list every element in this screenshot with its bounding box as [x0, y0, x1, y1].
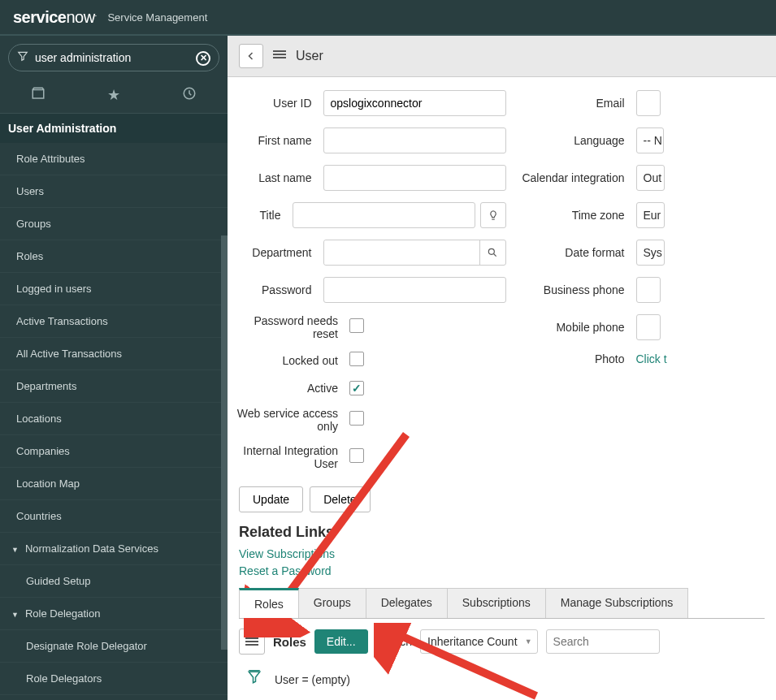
favorites-icon[interactable]: ★ — [107, 86, 120, 105]
delete-button[interactable]: Delete — [310, 486, 370, 512]
lookup-icon[interactable] — [479, 240, 505, 265]
nav-item[interactable]: Logged in users — [0, 273, 228, 305]
locked-out-checkbox[interactable] — [349, 352, 364, 366]
filter-breadcrumb[interactable]: User = (empty) — [275, 673, 350, 686]
last-name-input[interactable] — [323, 165, 506, 191]
field-label: Locked out — [236, 354, 349, 367]
list-menu-button[interactable] — [239, 629, 265, 655]
field-label: Last name — [236, 171, 323, 184]
tab-manage-subscriptions[interactable]: Manage Subscriptions — [545, 588, 689, 618]
nav-filter[interactable]: ✕ — [8, 44, 219, 71]
field-label: Business phone — [506, 283, 636, 296]
field-label: Photo — [506, 352, 636, 365]
nav-filter-clear[interactable]: ✕ — [196, 50, 210, 66]
tab-subscriptions[interactable]: Subscriptions — [447, 588, 546, 618]
edit-button[interactable]: Edit... — [314, 629, 368, 654]
tab-groups[interactable]: Groups — [298, 588, 366, 618]
field-label: Mobile phone — [506, 321, 636, 334]
photo-upload-link[interactable]: Click t — [636, 352, 667, 365]
field-label: First name — [236, 134, 323, 147]
related-link[interactable]: Reset a Password — [239, 563, 765, 580]
field-label: Time zone — [506, 209, 636, 222]
funnel-icon[interactable] — [247, 669, 262, 689]
nav-item[interactable]: Companies — [0, 435, 228, 468]
svg-point-2 — [488, 248, 494, 254]
nav-collapsible[interactable]: Role Delegation — [0, 598, 228, 630]
nav-item[interactable]: Designate Role Delegator — [0, 630, 228, 663]
nav-item[interactable]: Locations — [0, 403, 228, 435]
field-label: Password needs reset — [236, 314, 349, 340]
nav-filter-input[interactable] — [35, 51, 196, 64]
active-checkbox[interactable] — [349, 381, 364, 395]
nav-item[interactable]: Guided Setup — [0, 565, 228, 598]
search-field-select[interactable]: Inheritance Count — [420, 629, 538, 654]
field-label: Calendar integration — [506, 171, 636, 184]
svg-rect-0 — [33, 90, 44, 99]
nav-item[interactable]: Groups — [0, 208, 228, 240]
field-label: Active — [236, 382, 349, 395]
related-link[interactable]: View Subscriptions — [239, 546, 765, 563]
back-button[interactable] — [239, 44, 263, 68]
time-zone-select[interactable]: Eur — [636, 202, 665, 228]
field-label: Department — [236, 246, 323, 259]
related-tabs: Roles Groups Delegates Subscriptions Man… — [239, 588, 765, 619]
suggestion-button[interactable] — [480, 202, 506, 228]
field-label: Email — [506, 97, 636, 110]
department-input[interactable] — [324, 240, 479, 265]
main-panel: User User ID First name Last name Title … — [228, 36, 776, 700]
form-body: User ID First name Last name Title Depar… — [228, 77, 776, 700]
nav-item[interactable]: Location Map — [0, 468, 228, 500]
nav-sidebar: ✕ ★ User Administration Role Attributes … — [0, 36, 228, 700]
related-list-label: Roles — [273, 635, 306, 649]
nav-scroll[interactable]: User Administration Role Attributes User… — [0, 114, 228, 700]
email-input[interactable] — [636, 90, 661, 116]
user-id-input[interactable] — [323, 90, 506, 116]
pwd-reset-checkbox[interactable] — [349, 318, 364, 333]
field-label: Web service access only — [236, 407, 349, 433]
field-label: Title — [236, 209, 293, 222]
field-label: Date format — [506, 246, 636, 259]
update-button[interactable]: Update — [239, 486, 303, 512]
mobile-phone-input[interactable] — [636, 314, 661, 340]
search-label: Search — [376, 635, 412, 648]
related-list-toolbar: Roles Edit... Search Inheritance Count — [228, 619, 776, 664]
title-input[interactable] — [293, 202, 475, 228]
related-links-heading: Related Links — [228, 512, 776, 544]
nav-collapsible[interactable]: Normalization Data Services — [0, 533, 228, 565]
password-input[interactable] — [323, 277, 506, 303]
nav-item[interactable]: Departments — [0, 370, 228, 403]
language-select[interactable]: -- N — [636, 127, 664, 153]
nav-item[interactable]: Active Transactions — [0, 305, 228, 338]
internal-integration-checkbox[interactable] — [349, 448, 364, 463]
tab-delegates[interactable]: Delegates — [366, 588, 448, 618]
product-name: Service Management — [107, 11, 207, 24]
list-search-input[interactable] — [546, 629, 660, 654]
scrollbar[interactable] — [221, 235, 228, 650]
nav-item[interactable]: All Active Transactions — [0, 338, 228, 370]
business-phone-input[interactable] — [636, 277, 661, 303]
nav-item[interactable]: Roles — [0, 240, 228, 273]
field-label: User ID — [236, 97, 323, 110]
nav-section-header[interactable]: User Administration — [0, 114, 228, 143]
logo: servicenow. — [13, 8, 96, 27]
form-header: User — [228, 36, 776, 77]
hamburger-icon[interactable] — [273, 49, 286, 63]
nav-item[interactable]: Users — [0, 175, 228, 208]
field-label: Password — [236, 283, 323, 296]
top-banner: servicenow. Service Management — [0, 0, 776, 36]
date-format-select[interactable]: Sys — [636, 240, 665, 266]
field-label: Internal Integration User — [236, 444, 349, 470]
page-title: User — [296, 49, 323, 63]
history-icon[interactable] — [182, 86, 197, 105]
nav-item[interactable]: Role Delegators — [0, 663, 228, 695]
field-label: Language — [506, 134, 636, 147]
filter-icon — [17, 50, 28, 65]
calendar-integration-select[interactable]: Out — [636, 165, 665, 191]
tab-roles[interactable]: Roles — [239, 588, 299, 618]
ws-only-checkbox[interactable] — [349, 411, 364, 426]
first-name-input[interactable] — [323, 127, 506, 153]
all-apps-icon[interactable] — [31, 86, 46, 105]
nav-item[interactable]: Role Attributes — [0, 143, 228, 175]
department-reference[interactable] — [323, 240, 506, 266]
nav-item[interactable]: Countries — [0, 500, 228, 533]
